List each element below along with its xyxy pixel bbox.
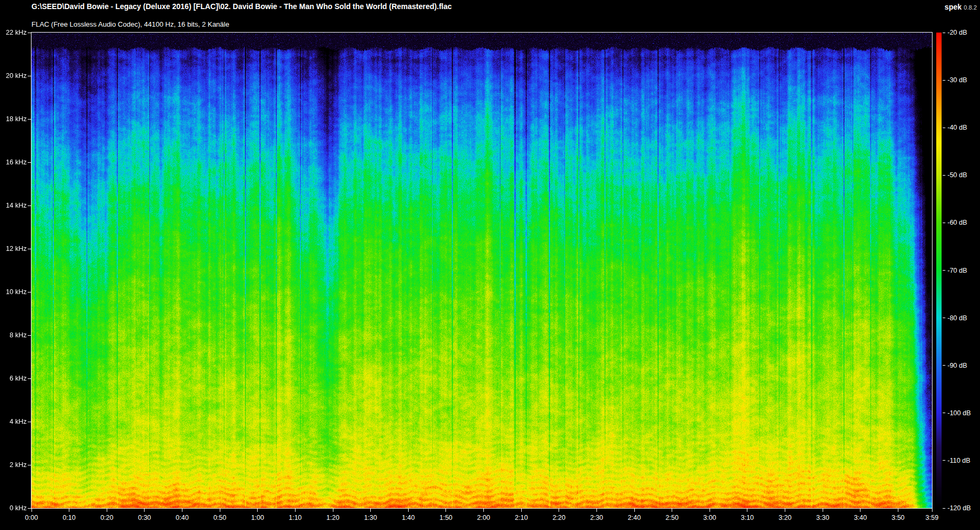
time-tick-mark — [107, 509, 107, 512]
db-tick-label: -80 dB — [947, 314, 979, 322]
time-tick-mark — [31, 509, 32, 512]
db-tick-label: -20 dB — [947, 29, 979, 36]
time-tick-mark — [182, 509, 182, 512]
time-tick-label: 3:40 — [846, 514, 875, 521]
time-tick-label: 2:40 — [619, 514, 649, 521]
freq-tick-label: 22 kHz — [0, 29, 27, 36]
freq-tick-label: 10 kHz — [0, 288, 27, 296]
freq-tick-mark — [28, 508, 31, 509]
spectrogram-canvas — [31, 33, 932, 508]
time-tick-mark — [710, 509, 710, 512]
db-tick-label: -90 dB — [947, 362, 979, 369]
time-tick-label: 2:30 — [581, 514, 611, 521]
freq-tick-mark — [28, 335, 31, 336]
time-tick-mark — [747, 509, 747, 512]
freq-tick-label: 4 kHz — [0, 418, 27, 425]
time-tick-mark — [408, 509, 409, 512]
db-tick-mark — [943, 508, 945, 509]
time-tick-label: 3:50 — [883, 514, 913, 521]
db-tick-mark — [943, 270, 945, 271]
time-tick-label: 1:40 — [393, 514, 423, 521]
time-tick-mark — [521, 509, 522, 512]
freq-tick-label: 12 kHz — [0, 245, 27, 252]
time-tick-label: 1:20 — [318, 514, 348, 521]
db-tick-label: -30 dB — [947, 76, 979, 84]
spek-window: G:\SEED\David Bowie - Legacy (Deluxe 201… — [0, 0, 980, 530]
freq-tick-label: 18 kHz — [0, 115, 27, 123]
time-tick-label: 1:30 — [356, 514, 386, 521]
time-tick-mark — [295, 509, 296, 512]
time-tick-mark — [445, 509, 446, 512]
time-tick-mark — [596, 509, 597, 512]
time-tick-label: 2:00 — [469, 514, 499, 521]
freq-tick-label: 2 kHz — [0, 461, 27, 469]
app-name: spek — [945, 3, 962, 11]
time-tick-mark — [559, 509, 559, 512]
freq-tick-label: 0 kHz — [0, 504, 27, 512]
audio-format-info: FLAC (Free Lossless Audio Codec), 44100 … — [31, 20, 672, 28]
db-tick-mark — [943, 318, 945, 318]
time-tick-label: 3:20 — [770, 514, 800, 521]
freq-tick-label: 14 kHz — [0, 202, 27, 209]
db-tick-mark — [943, 33, 945, 33]
freq-tick-mark — [28, 119, 31, 120]
db-tick-label: -110 dB — [947, 457, 979, 464]
time-tick-mark — [483, 509, 484, 512]
time-tick-label: 2:10 — [506, 514, 536, 521]
db-tick-label: -50 dB — [947, 171, 979, 179]
time-tick-label: 0:10 — [54, 514, 84, 521]
time-tick-mark — [69, 509, 69, 512]
time-tick-mark — [860, 509, 861, 512]
time-tick-label: 2:20 — [544, 514, 574, 521]
db-tick-mark — [943, 175, 945, 176]
freq-tick-label: 8 kHz — [0, 331, 27, 339]
db-tick-mark — [943, 365, 945, 366]
time-tick-label: 3:10 — [732, 514, 762, 521]
time-tick-label: 3:59 — [917, 514, 947, 521]
freq-tick-mark — [28, 378, 31, 379]
time-tick-label: 0:50 — [205, 514, 235, 521]
time-tick-label: 0:30 — [130, 514, 160, 521]
db-tick-label: -120 dB — [947, 504, 979, 512]
freq-tick-label: 6 kHz — [0, 375, 27, 382]
spectrogram-frame — [31, 32, 933, 509]
time-tick-mark — [823, 509, 823, 512]
time-tick-label: 1:10 — [280, 514, 310, 521]
time-tick-label: 3:00 — [695, 514, 724, 521]
freq-tick-mark — [28, 249, 31, 249]
db-tick-mark — [943, 413, 945, 413]
freq-tick-mark — [28, 76, 31, 76]
time-tick-label: 1:50 — [431, 514, 461, 521]
freq-tick-mark — [28, 205, 31, 206]
time-tick-mark — [932, 509, 933, 512]
freq-tick-mark — [28, 162, 31, 163]
time-tick-label: 1:00 — [243, 514, 273, 521]
time-tick-label: 2:50 — [657, 514, 687, 521]
time-tick-mark — [333, 509, 333, 512]
time-tick-mark — [898, 509, 898, 512]
time-tick-label: 0:00 — [17, 514, 46, 521]
db-tick-label: -40 dB — [947, 124, 979, 131]
time-tick-label: 0:40 — [168, 514, 197, 521]
time-tick-mark — [370, 509, 371, 512]
freq-tick-label: 16 kHz — [0, 159, 27, 166]
time-tick-mark — [634, 509, 635, 512]
db-tick-mark — [943, 223, 945, 223]
db-tick-label: -60 dB — [947, 219, 979, 226]
db-tick-label: -100 dB — [947, 409, 979, 417]
db-tick-mark — [943, 128, 945, 128]
db-tick-mark — [943, 460, 945, 461]
freq-tick-mark — [28, 33, 31, 33]
freq-tick-mark — [28, 422, 31, 422]
db-tick-label: -70 dB — [947, 267, 979, 274]
freq-tick-mark — [28, 292, 31, 292]
time-tick-mark — [144, 509, 145, 512]
file-path-title: G:\SEED\David Bowie - Legacy (Deluxe 201… — [31, 2, 832, 11]
time-tick-label: 0:20 — [92, 514, 122, 521]
time-tick-mark — [220, 509, 220, 512]
freq-tick-mark — [28, 465, 31, 465]
time-tick-mark — [257, 509, 258, 512]
time-tick-mark — [785, 509, 785, 512]
db-tick-mark — [943, 80, 945, 81]
time-tick-label: 3:30 — [808, 514, 838, 521]
